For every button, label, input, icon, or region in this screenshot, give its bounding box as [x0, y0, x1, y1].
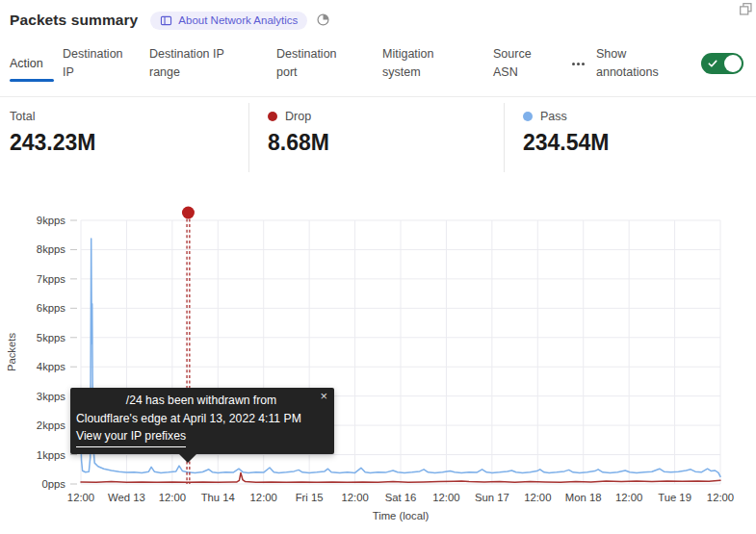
stat-drop: Drop 8.68M — [248, 97, 504, 178]
annotation-text-line1: /24 has been withdrawn from — [76, 392, 326, 410]
pass-legend-dot — [523, 112, 533, 121]
y-axis-tick-label: 6kpps — [37, 302, 65, 314]
annotation-tooltip: × /24 has been withdrawn from Cloudflare… — [70, 388, 334, 454]
toggle-knob — [724, 55, 742, 72]
tooltip-arrow — [178, 453, 197, 472]
stat-total-label: Total — [10, 110, 35, 123]
x-axis-tick-label: Mon 18 — [565, 492, 602, 503]
book-icon — [160, 14, 172, 27]
tab-destination-ip[interactable]: Destination IP — [63, 45, 149, 82]
x-axis-tick-label: Thu 14 — [201, 492, 235, 503]
x-axis-tick-label: 12:00 — [250, 492, 277, 503]
y-axis-title: Packets — [6, 333, 17, 372]
y-axis-tick-label: 8kpps — [37, 243, 65, 255]
about-network-analytics-badge[interactable]: About Network Analytics — [150, 12, 307, 30]
check-icon — [707, 58, 718, 69]
y-axis-tick-label: 9kpps — [37, 215, 65, 226]
y-axis-tick-label: 7kpps — [37, 273, 65, 285]
annotation-text-line2: Cloudflare's edge at April 13, 2022 4:11… — [76, 410, 326, 428]
x-axis-tick-label: Sat 16 — [385, 492, 417, 503]
y-axis-tick-label: 5kpps — [37, 332, 65, 343]
x-axis-tick-label: 12:00 — [159, 492, 186, 503]
stat-drop-value: 8.68M — [268, 130, 504, 156]
packets-summary-card: Packets summary About Network Analytics … — [0, 0, 756, 534]
tab-destination-port[interactable]: Destination port — [276, 45, 382, 82]
y-axis-tick-label: 4kpps — [37, 361, 65, 372]
x-axis-tick-label: Tue 19 — [658, 492, 691, 503]
y-axis-tick-label: 1kpps — [37, 449, 65, 461]
y-axis-tick-label: 0pps — [42, 478, 66, 490]
x-axis-tick-label: Fri 15 — [296, 492, 324, 503]
drop-legend-dot — [268, 112, 277, 121]
show-annotations-label: Show annotations — [596, 45, 701, 82]
close-icon[interactable]: × — [320, 390, 327, 403]
tab-mitigation-system[interactable]: Mitigation system — [382, 45, 493, 82]
x-axis-tick-label: 12:00 — [707, 492, 734, 503]
page-title: Packets summary — [10, 12, 138, 29]
x-axis-tick-label: 12:00 — [432, 492, 459, 503]
stat-pass: Pass 234.54M — [504, 97, 610, 178]
packets-time-series-chart[interactable]: 9kpps8kpps7kpps6kpps5kpps4kpps3kpps2kpps… — [0, 188, 756, 534]
stat-total-value: 243.23M — [10, 130, 248, 156]
x-axis-tick-label: 12:00 — [67, 492, 94, 503]
stat-total: Total 243.23M — [0, 97, 248, 178]
x-axis-tick-label: 12:00 — [341, 492, 368, 503]
badge-label: About Network Analytics — [178, 14, 298, 26]
stat-drop-label: Drop — [285, 110, 311, 123]
tab-source-asn[interactable]: Source ASN — [493, 45, 572, 82]
summary-stats-row: Total 243.23M Drop 8.68M Pass 234.54M — [0, 96, 756, 178]
x-axis-tick-label: 12:00 — [524, 492, 551, 503]
stat-pass-label: Pass — [540, 110, 567, 123]
x-axis-tick-label: Wed 13 — [108, 492, 145, 503]
x-axis-tick-label: 12:00 — [615, 492, 642, 503]
card-header: Packets summary About Network Analytics — [10, 8, 748, 33]
y-axis-tick-label: 2kpps — [37, 420, 65, 431]
stat-divider — [248, 103, 249, 172]
more-tabs-icon[interactable] — [572, 63, 596, 65]
view-ip-prefixes-link[interactable]: View your IP prefixes — [76, 427, 186, 447]
popout-expand-icon[interactable] — [739, 2, 754, 17]
show-annotations-toggle[interactable] — [701, 53, 743, 74]
x-axis-title: Time (local) — [373, 510, 430, 521]
stat-pass-value: 234.54M — [523, 130, 610, 156]
y-axis-tick-label: 3kpps — [37, 391, 65, 402]
x-axis-tick-label: Sun 17 — [475, 492, 509, 503]
stat-divider — [504, 103, 505, 172]
tab-destination-ip-range[interactable]: Destination IP range — [149, 45, 276, 82]
dimension-tabs: Action Destination IP Destination IP ran… — [10, 40, 743, 87]
usage-pie-icon[interactable] — [316, 13, 331, 28]
annotation-marker-dot[interactable] — [182, 207, 195, 219]
tab-action[interactable]: Action — [10, 55, 63, 73]
